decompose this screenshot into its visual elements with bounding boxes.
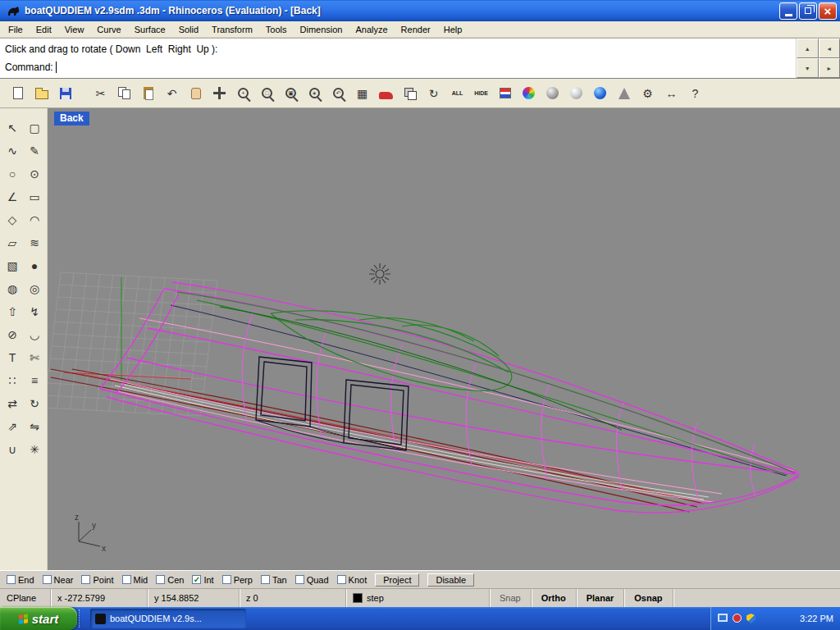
rotate-icon[interactable]: ↻ — [24, 392, 46, 415]
pan-icon[interactable] — [185, 82, 207, 104]
render-icon[interactable] — [541, 82, 564, 104]
menu-render[interactable]: Render — [395, 23, 437, 36]
close-button[interactable]: × — [819, 2, 837, 20]
trim-icon[interactable]: ✄ — [24, 346, 46, 369]
layer-color-swatch[interactable] — [353, 593, 363, 603]
zoom-dynamic-icon[interactable]: + — [232, 82, 254, 104]
osnap-toggle[interactable]: Mid — [122, 575, 148, 585]
start-button[interactable]: start — [0, 607, 77, 630]
viewport[interactable]: Back — [48, 108, 840, 570]
sun-light-icon[interactable] — [369, 263, 390, 285]
paste-icon[interactable] — [137, 82, 159, 104]
menu-transform[interactable]: Transform — [205, 23, 259, 36]
sphere-icon[interactable]: ● — [24, 254, 46, 277]
render-full-icon[interactable] — [589, 82, 611, 104]
ellipse-icon[interactable]: ⊙ — [24, 162, 46, 185]
checkbox[interactable] — [222, 575, 231, 584]
new-document-icon[interactable] — [7, 82, 29, 104]
array-icon[interactable]: ∷ — [2, 369, 24, 392]
checkbox[interactable] — [7, 575, 16, 584]
save-icon[interactable] — [54, 82, 76, 104]
scroll-down-button[interactable]: ▼ — [797, 58, 819, 78]
move-icon[interactable]: ⇄ — [2, 392, 24, 415]
menu-analyze[interactable]: Analyze — [349, 23, 394, 36]
osnap-toggle[interactable]: Osnap — [624, 589, 673, 607]
project-button[interactable]: Project — [375, 573, 419, 587]
osnap-toggle[interactable]: Point — [81, 575, 113, 585]
arc-icon[interactable]: ◠ — [24, 208, 46, 231]
zoom-all-icon[interactable]: ALL — [446, 82, 468, 104]
raytrace-icon[interactable] — [565, 82, 587, 104]
menu-curve[interactable]: Curve — [90, 23, 127, 36]
osnap-toggle[interactable]: Knot — [337, 575, 368, 585]
zoom-window-icon[interactable]: □ — [256, 82, 278, 104]
zoom-extents-icon[interactable]: ∗ — [304, 82, 326, 104]
boolean-icon[interactable]: ⊘ — [2, 323, 24, 346]
menu-file[interactable]: File — [2, 23, 30, 36]
rotate-view-icon[interactable] — [208, 82, 231, 104]
undo-icon[interactable]: ↶ — [161, 82, 183, 104]
osnap-toggle[interactable]: ✓ Int — [192, 575, 213, 585]
scroll-left-button[interactable]: ◄ — [819, 39, 840, 58]
cplane-selector[interactable]: CPlane — [0, 589, 51, 607]
help-icon[interactable]: ? — [684, 82, 706, 104]
extrude-icon[interactable]: ⇧ — [2, 300, 24, 323]
options-icon[interactable]: ⚙ — [637, 82, 659, 104]
rectangle-icon[interactable]: ▭ — [24, 185, 46, 208]
open-file-icon[interactable] — [30, 82, 52, 104]
checkbox[interactable] — [122, 575, 131, 584]
checkbox[interactable]: ✓ — [192, 575, 201, 584]
lightning-icon[interactable]: ↯ — [24, 300, 46, 323]
layer-pane[interactable]: step — [346, 589, 490, 607]
cylinder-icon[interactable]: ◍ — [2, 277, 24, 300]
join-icon[interactable]: ∪ — [2, 438, 24, 461]
torus-icon[interactable]: ◎ — [24, 277, 46, 300]
security-icon[interactable] — [733, 614, 742, 623]
disable-button[interactable]: Disable — [427, 573, 474, 587]
menu-surface[interactable]: Surface — [128, 23, 172, 36]
taskbar-task-button[interactable]: boatQUDDIEM v2.9s... — [90, 609, 246, 628]
osnap-toggle[interactable]: Tan — [261, 575, 287, 585]
menu-dimension[interactable]: Dimension — [294, 23, 349, 36]
polyline-icon[interactable]: ∠ — [2, 185, 24, 208]
menu-edit[interactable]: Edit — [30, 23, 58, 36]
checkbox[interactable] — [156, 575, 165, 584]
osnap-toggle[interactable]: Perp — [222, 575, 253, 585]
checkbox[interactable] — [43, 575, 52, 584]
circle-icon[interactable]: ○ — [2, 162, 24, 185]
selection-filter-icon[interactable]: ▢ — [24, 116, 46, 139]
restore-button[interactable] — [799, 2, 817, 20]
osnap-toggle[interactable]: Cen — [156, 575, 184, 585]
scroll-right-button[interactable]: ► — [819, 58, 840, 78]
scale-icon[interactable]: ⇗ — [2, 415, 24, 438]
taskbar-handle[interactable] — [79, 609, 87, 628]
osnap-toggle[interactable]: Quad — [295, 575, 329, 585]
cut-icon[interactable]: ✂ — [89, 82, 112, 104]
planar-toggle[interactable]: Planar — [577, 589, 625, 607]
select-pointer-icon[interactable]: ↖ — [2, 116, 24, 139]
checkbox[interactable] — [337, 575, 346, 584]
offset-icon[interactable]: ≡ — [24, 369, 46, 392]
mirror-icon[interactable]: ⇋ — [24, 415, 46, 438]
menu-tools[interactable]: Tools — [259, 23, 294, 36]
render-preview-icon[interactable] — [494, 82, 516, 104]
explode-icon[interactable]: ✳ — [24, 438, 46, 461]
polygon-icon[interactable]: ◇ — [2, 208, 24, 231]
shield-icon[interactable] — [746, 614, 756, 623]
color-wheel-icon[interactable] — [518, 82, 540, 104]
loft-icon[interactable]: ≋ — [24, 231, 46, 254]
command-prompt[interactable]: Command: — [5, 58, 796, 76]
boat-wireframe[interactable]: z y x — [48, 108, 840, 570]
copy-icon[interactable] — [113, 82, 135, 104]
box-icon[interactable]: ▧ — [2, 254, 24, 277]
menu-view[interactable]: View — [58, 23, 91, 36]
sketch-curve-icon[interactable]: ✎ — [24, 139, 46, 162]
control-points-icon[interactable]: ∿ — [2, 139, 24, 162]
zoom-selected-icon[interactable]: ▣ — [280, 82, 302, 104]
checkbox[interactable] — [261, 575, 270, 584]
hide-objects-icon[interactable]: HIDE — [470, 82, 492, 104]
network-icon[interactable] — [718, 614, 728, 622]
menu-help[interactable]: Help — [437, 23, 469, 36]
viewport-title[interactable]: Back — [54, 112, 89, 126]
fillet-icon[interactable]: ◡ — [24, 323, 46, 346]
